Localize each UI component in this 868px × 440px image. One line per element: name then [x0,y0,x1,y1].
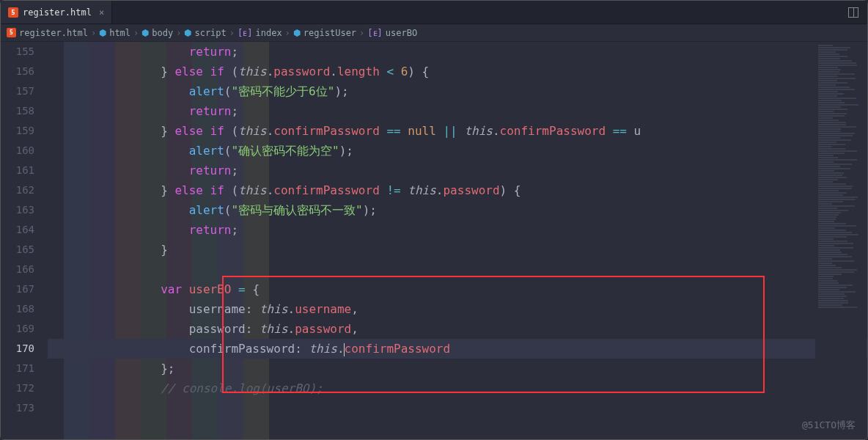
token: this [238,65,267,78]
line-number[interactable]: 170 [1,339,34,359]
code-line[interactable]: alert("确认密码不能为空"); [48,141,867,161]
token: password [295,322,351,336]
breadcrumb-label: registUser [304,28,356,38]
token: ); [334,84,348,98]
token: : [246,302,260,316]
token [380,183,387,197]
line-number[interactable]: 157 [1,81,34,101]
chevron-right-icon: › [133,28,139,38]
token: this [260,302,288,316]
token: ; [231,45,238,59]
line-number[interactable]: 172 [1,378,34,398]
token: ; [231,164,238,177]
code-line[interactable] [48,398,867,418]
module-icon: ⬢ [184,28,191,38]
breadcrumb-item[interactable]: [ᴇ]userBO [367,28,417,38]
line-number[interactable]: 168 [1,299,34,319]
line-number[interactable]: 162 [1,180,34,200]
token: this [238,124,267,138]
line-number[interactable]: 155 [1,42,34,62]
breadcrumb-item[interactable]: [ᴇ]index [238,28,282,38]
code-line[interactable]: } else if (this.confirmPassword == null … [48,121,867,141]
token: = [238,282,246,296]
token: , [351,322,358,336]
line-number[interactable]: 160 [1,141,34,161]
token: { [246,282,260,296]
breadcrumb-item[interactable]: ⬢registUser [293,28,356,38]
token: this [260,322,288,336]
token: . [330,65,337,78]
file-tab[interactable]: 5 register.html × [1,1,112,23]
token: : [246,322,260,336]
line-number[interactable]: 159 [1,121,34,141]
line-number[interactable]: 166 [1,260,34,279]
line-number[interactable]: 161 [1,161,34,180]
token: return [189,223,232,237]
token: . [267,124,274,138]
line-number[interactable]: 173 [1,398,34,418]
token: != [386,183,400,197]
code-line[interactable]: return; [48,161,867,180]
line-number[interactable]: 163 [1,200,34,220]
code-line[interactable]: password: this.password, [48,319,867,339]
breadcrumb: 5register.html›⬢html›⬢body›⬢script›[ᴇ]in… [1,24,867,42]
line-number[interactable]: 169 [1,319,34,339]
token: 6 [401,65,408,78]
token [380,124,387,138]
token: . [288,302,295,316]
token: } [161,183,174,197]
close-icon[interactable]: × [99,7,104,18]
code-line[interactable]: } else if (this.confirmPassword != this.… [48,180,867,200]
code-line[interactable]: // console.log(userBO); [48,378,867,398]
line-number[interactable]: 171 [1,359,34,378]
token: password [189,322,246,336]
token: "密码不能少于6位" [231,84,334,98]
token [401,183,408,197]
token [182,282,189,296]
breadcrumb-item[interactable]: ⬢html [99,28,130,38]
watermark: @51CTO博客 [802,419,856,432]
line-number[interactable]: 164 [1,220,34,240]
token: u [627,124,641,138]
code-line[interactable] [48,260,867,279]
token: ) { [500,183,521,197]
code-line[interactable]: alert("密码不能少于6位"); [48,81,867,101]
code-line[interactable]: confirmPassword: this.confirmPassword [48,339,867,359]
token: || [443,124,457,138]
line-number[interactable]: 167 [1,279,34,299]
line-number[interactable]: 158 [1,101,34,121]
code-line[interactable]: return; [48,42,867,62]
breadcrumb-item[interactable]: 5register.html [7,28,88,38]
token: username [295,302,351,316]
code-editor[interactable]: return; } else if (this.password.length … [42,42,867,439]
code-line[interactable]: username: this.username, [48,299,867,319]
line-gutter: 1551561571581591601611621631641651661671… [1,42,42,439]
token: . [267,65,274,78]
code-line[interactable]: } else if (this.password.length < 6) { [48,62,867,81]
token: this [238,183,267,197]
chevron-right-icon: › [359,28,364,38]
token: this [464,124,493,138]
tab-bar: 5 register.html × [1,1,867,24]
code-line[interactable]: return; [48,220,867,240]
chevron-right-icon: › [176,28,181,38]
token [231,282,238,296]
breadcrumb-item[interactable]: ⬢script [184,28,226,38]
token: userBO [189,282,232,296]
code-line[interactable]: return; [48,101,867,121]
breadcrumb-item[interactable]: ⬢body [141,28,173,38]
code-line[interactable]: alert("密码与确认密码不一致"); [48,200,867,220]
token: confirmPassword [273,124,380,138]
split-editor-icon[interactable] [848,7,858,18]
token: password [273,65,330,78]
minimap[interactable] [815,42,867,439]
token: this [309,342,337,356]
code-line[interactable]: }; [48,359,867,378]
token: else if [174,124,224,138]
line-number[interactable]: 156 [1,62,34,81]
token: confirmPassword [500,124,606,138]
token: else if [174,183,224,197]
code-line[interactable]: var userBO = { [48,279,867,299]
line-number[interactable]: 165 [1,240,34,260]
code-line[interactable]: } [48,240,867,260]
